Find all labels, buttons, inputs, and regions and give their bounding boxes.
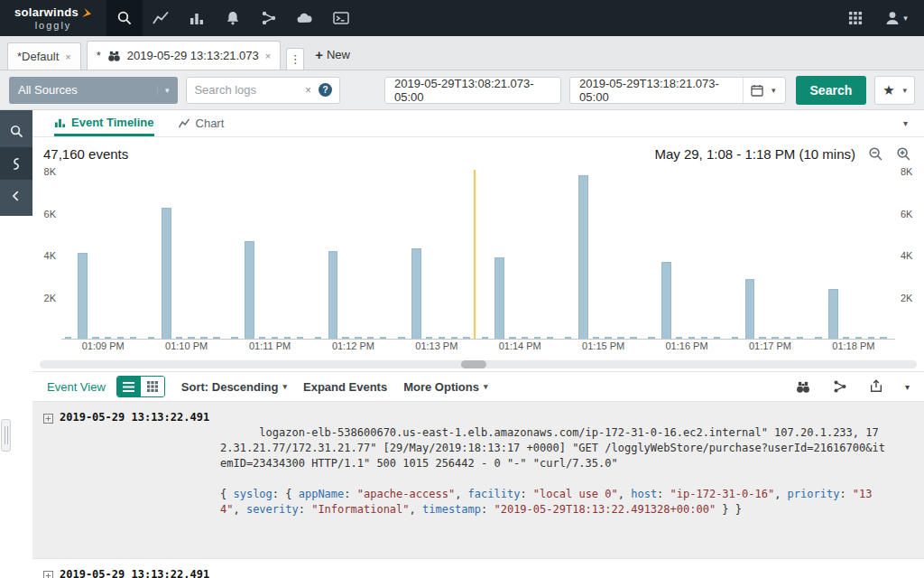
alerts-nav-icon[interactable] bbox=[215, 0, 251, 36]
help-icon[interactable]: ? bbox=[319, 83, 332, 97]
chart-plot[interactable] bbox=[61, 170, 895, 340]
apps-grid-icon[interactable] bbox=[837, 0, 873, 36]
scrollbar-handle[interactable] bbox=[461, 360, 486, 368]
chart-minor-bar bbox=[688, 337, 695, 339]
chart-minor-bar bbox=[880, 337, 886, 339]
chart-bar[interactable] bbox=[328, 251, 338, 339]
tab-options-button[interactable]: ⋮ bbox=[286, 48, 304, 70]
chevron-down-icon: ▾ bbox=[157, 86, 170, 95]
tab-search-active[interactable]: * 2019-05-29 13:13:21.073 × bbox=[87, 41, 282, 70]
line-chart-icon bbox=[178, 117, 190, 129]
dashboards-nav-icon[interactable] bbox=[179, 0, 215, 36]
sort-value: Descending bbox=[212, 380, 279, 394]
chart-minor-bar bbox=[815, 337, 821, 339]
surround-search-icon[interactable] bbox=[795, 380, 811, 394]
new-tab-label: New bbox=[327, 48, 350, 61]
panel-resize-grip[interactable] bbox=[1, 419, 11, 452]
charts-nav-icon[interactable] bbox=[143, 0, 179, 36]
time-from-input[interactable]: 2019-05-29T13:08:21.073-05:00 bbox=[384, 77, 561, 104]
search-button[interactable]: Search bbox=[796, 76, 867, 105]
chart-minor-bar bbox=[605, 337, 611, 339]
event-timestamp: 2019-05-29 13:13:22.491 bbox=[60, 410, 220, 548]
rail-icon-stack bbox=[0, 110, 32, 216]
more-options-dropdown[interactable]: More Options ▾ bbox=[403, 380, 487, 394]
y-tick-label: 4K bbox=[44, 250, 56, 261]
chart-header: 47,160 events May 29, 1:08 - 1:18 PM (10… bbox=[32, 137, 924, 170]
rail-search-icon[interactable] bbox=[0, 115, 32, 147]
list-view-button[interactable] bbox=[117, 377, 141, 396]
event-row[interactable]: 2019-05-29 13:13:22.491 logazon-elb-5386… bbox=[32, 402, 924, 558]
event-raw-text: logazon-elb-538600670.us-east-1.elb.amaz… bbox=[220, 426, 885, 470]
zoom-in-icon[interactable] bbox=[896, 146, 911, 162]
clear-search-icon[interactable]: × bbox=[305, 84, 311, 97]
x-tick-label: 01:11 PM bbox=[228, 340, 311, 357]
close-tab-icon[interactable]: × bbox=[65, 51, 70, 62]
derived-fields-icon[interactable] bbox=[833, 379, 847, 394]
tab-event-timeline[interactable]: Event Timeline bbox=[54, 110, 154, 136]
x-tick-label: 01:10 PM bbox=[144, 340, 227, 357]
chevron-down-icon: ▾ bbox=[282, 382, 287, 391]
chart-minor-bar bbox=[315, 337, 321, 339]
tab-chart-label: Chart bbox=[196, 117, 225, 130]
expand-events-button[interactable]: Expand Events bbox=[303, 380, 387, 394]
sort-dropdown[interactable]: Sort: Descending ▾ bbox=[181, 380, 287, 394]
y-tick-label: 8K bbox=[44, 166, 56, 177]
time-to-input[interactable]: 2019-05-29T13:18:21.073-05:00 bbox=[579, 77, 734, 104]
chart-bar[interactable] bbox=[745, 279, 755, 339]
source-setup-nav-icon[interactable] bbox=[251, 0, 287, 36]
search-nav-icon[interactable] bbox=[106, 0, 143, 36]
binoculars-icon bbox=[107, 50, 121, 62]
timeline-icon bbox=[54, 117, 66, 128]
expand-event-icon[interactable] bbox=[43, 567, 60, 578]
source-groups-dropdown[interactable]: All Sources ▾ bbox=[9, 77, 178, 104]
y-tick-label: 6K bbox=[44, 209, 56, 219]
export-icon[interactable] bbox=[869, 379, 883, 394]
chart-scrollbar[interactable] bbox=[40, 360, 917, 368]
field-explorer-icon[interactable] bbox=[0, 147, 32, 180]
chart-bar[interactable] bbox=[245, 241, 254, 340]
chart-minor-bar bbox=[398, 337, 404, 339]
chart-bar[interactable] bbox=[828, 289, 838, 339]
tab-chart[interactable]: Chart bbox=[178, 110, 225, 136]
archive-cloud-nav-icon[interactable] bbox=[287, 0, 323, 36]
y-tick-label: 4K bbox=[901, 250, 912, 261]
collapse-timeline-icon[interactable]: ▾ bbox=[903, 118, 924, 128]
new-tab-button[interactable]: + New bbox=[310, 47, 357, 70]
terminal-nav-icon[interactable] bbox=[323, 0, 359, 36]
collapse-events-icon[interactable]: ▾ bbox=[905, 382, 910, 392]
solarwinds-loggly-logo[interactable]: solarwinds loggly bbox=[0, 0, 106, 36]
expand-event-icon[interactable] bbox=[43, 410, 60, 548]
view-tabs: Event Timeline Chart ▾ bbox=[32, 110, 924, 137]
chart-bar[interactable] bbox=[162, 208, 171, 339]
source-groups-value: All Sources bbox=[18, 83, 78, 97]
x-tick-label: 01:18 PM bbox=[812, 340, 895, 357]
solarwinds-flame-icon bbox=[81, 7, 92, 18]
chart-minor-bar bbox=[176, 337, 182, 339]
saved-searches-button[interactable]: ★ ▾ bbox=[874, 76, 915, 105]
current-time-marker bbox=[474, 170, 476, 339]
x-tick-label: 01:15 PM bbox=[561, 340, 644, 357]
chart-minor-bar bbox=[130, 337, 136, 339]
chart-bar[interactable] bbox=[411, 248, 421, 339]
close-tab-icon[interactable]: × bbox=[265, 51, 271, 61]
chart-bar[interactable] bbox=[578, 175, 588, 339]
chart-minor-bar bbox=[65, 337, 71, 339]
zoom-out-icon[interactable] bbox=[868, 146, 883, 162]
grid-view-button[interactable] bbox=[141, 377, 164, 396]
account-menu[interactable]: ▾ bbox=[873, 0, 919, 36]
calendar-dropdown[interactable]: ▾ bbox=[743, 78, 776, 103]
chart-bar[interactable] bbox=[661, 262, 671, 339]
x-tick-label: 01:17 PM bbox=[728, 340, 811, 357]
tab-default[interactable]: *Default × bbox=[7, 42, 81, 70]
chart-bar[interactable] bbox=[494, 257, 504, 339]
content-panel: Event Timeline Chart ▾ 47,160 events May… bbox=[32, 110, 924, 578]
event-message: logazon-elb-538600670.us-east-1.elb.amaz… bbox=[220, 567, 888, 578]
search-input[interactable]: Search logs × ? bbox=[186, 77, 340, 104]
x-tick-label: 01:14 PM bbox=[478, 340, 561, 357]
top-nav: solarwinds loggly bbox=[0, 0, 924, 36]
chart-minor-bar bbox=[367, 337, 374, 339]
collapse-rail-icon[interactable] bbox=[0, 180, 32, 212]
chart-bar[interactable] bbox=[78, 253, 88, 339]
chart-minor-bar bbox=[426, 337, 432, 339]
event-row[interactable]: 2019-05-29 13:13:22.491 logazon-elb-5386… bbox=[32, 558, 924, 578]
